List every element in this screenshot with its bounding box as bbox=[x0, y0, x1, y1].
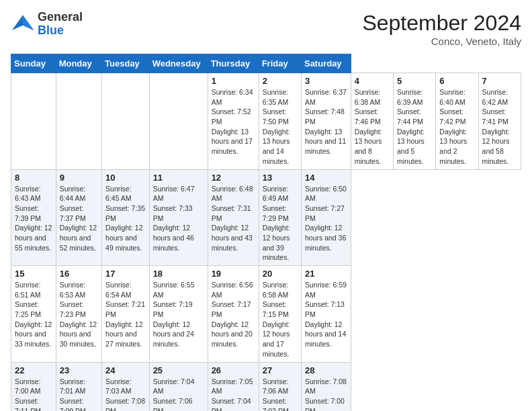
day-number: 11 bbox=[153, 173, 204, 183]
day-cell-3: 3Sunrise: 6:37 AMSunset: 7:48 PMDaylight… bbox=[301, 73, 351, 170]
day-detail: Sunrise: 7:03 AMSunset: 7:08 PMDaylight:… bbox=[105, 377, 146, 412]
day-detail: Sunrise: 6:39 AMSunset: 7:44 PMDaylight:… bbox=[397, 87, 432, 167]
day-cell-18: 18Sunrise: 6:55 AMSunset: 7:19 PMDayligh… bbox=[149, 266, 208, 363]
day-number: 10 bbox=[105, 173, 146, 183]
day-detail: Sunrise: 6:53 AMSunset: 7:23 PMDaylight:… bbox=[60, 280, 98, 349]
location: Conco, Veneto, Italy bbox=[362, 36, 521, 47]
day-detail: Sunrise: 7:05 AMSunset: 7:04 PMDaylight:… bbox=[212, 377, 255, 412]
empty-cell bbox=[56, 73, 101, 170]
day-detail: Sunrise: 6:51 AMSunset: 7:25 PMDaylight:… bbox=[15, 280, 52, 349]
day-header-monday: Monday bbox=[56, 54, 101, 73]
day-number: 16 bbox=[60, 269, 98, 279]
day-detail: Sunrise: 7:01 AMSunset: 7:09 PMDaylight:… bbox=[60, 377, 98, 412]
calendar-week-4: 22Sunrise: 7:00 AMSunset: 7:11 PMDayligh… bbox=[11, 362, 521, 411]
day-number: 3 bbox=[305, 76, 347, 86]
calendar-week-2: 8Sunrise: 6:43 AMSunset: 7:39 PMDaylight… bbox=[11, 169, 521, 266]
day-detail: Sunrise: 6:56 AMSunset: 7:17 PMDaylight:… bbox=[212, 280, 255, 349]
day-detail: Sunrise: 6:35 AMSunset: 7:50 PMDaylight:… bbox=[263, 87, 298, 167]
logo-general: General bbox=[38, 11, 83, 24]
day-detail: Sunrise: 6:42 AMSunset: 7:41 PMDaylight:… bbox=[482, 87, 517, 167]
month-title: September 2024 bbox=[362, 11, 521, 36]
day-number: 15 bbox=[15, 269, 52, 279]
day-detail: Sunrise: 6:47 AMSunset: 7:33 PMDaylight:… bbox=[153, 184, 204, 253]
day-header-tuesday: Tuesday bbox=[102, 54, 150, 73]
day-detail: Sunrise: 6:59 AMSunset: 7:13 PMDaylight:… bbox=[305, 280, 347, 349]
calendar-body: 1Sunrise: 6:34 AMSunset: 7:52 PMDaylight… bbox=[11, 73, 521, 412]
day-number: 13 bbox=[263, 173, 298, 183]
day-number: 12 bbox=[212, 173, 255, 183]
logo-text: General Blue bbox=[38, 11, 83, 38]
day-number: 14 bbox=[305, 173, 347, 183]
day-detail: Sunrise: 7:06 AMSunset: 7:02 PMDaylight:… bbox=[263, 377, 298, 412]
day-detail: Sunrise: 6:58 AMSunset: 7:15 PMDaylight:… bbox=[263, 280, 298, 359]
day-number: 17 bbox=[105, 269, 146, 279]
day-header-thursday: Thursday bbox=[208, 54, 259, 73]
logo: General Blue bbox=[11, 11, 83, 38]
day-number: 20 bbox=[263, 269, 298, 279]
day-number: 8 bbox=[15, 173, 52, 183]
days-of-week-row: SundayMondayTuesdayWednesdayThursdayFrid… bbox=[11, 54, 521, 73]
day-detail: Sunrise: 6:48 AMSunset: 7:31 PMDaylight:… bbox=[212, 184, 255, 253]
day-detail: Sunrise: 6:38 AMSunset: 7:46 PMDaylight:… bbox=[355, 87, 390, 167]
empty-cell bbox=[149, 73, 208, 170]
empty-cell bbox=[11, 73, 56, 170]
day-number: 24 bbox=[105, 365, 146, 375]
day-header-friday: Friday bbox=[259, 54, 301, 73]
day-cell-9: 9Sunrise: 6:44 AMSunset: 7:37 PMDaylight… bbox=[56, 169, 101, 266]
day-cell-10: 10Sunrise: 6:45 AMSunset: 7:35 PMDayligh… bbox=[102, 169, 150, 266]
day-cell-24: 24Sunrise: 7:03 AMSunset: 7:08 PMDayligh… bbox=[102, 362, 150, 411]
day-cell-21: 21Sunrise: 6:59 AMSunset: 7:13 PMDayligh… bbox=[301, 266, 351, 363]
day-cell-4: 4Sunrise: 6:38 AMSunset: 7:46 PMDaylight… bbox=[351, 73, 393, 170]
day-detail: Sunrise: 6:34 AMSunset: 7:52 PMDaylight:… bbox=[212, 87, 255, 156]
day-cell-1: 1Sunrise: 6:34 AMSunset: 7:52 PMDaylight… bbox=[208, 73, 259, 170]
day-cell-2: 2Sunrise: 6:35 AMSunset: 7:50 PMDaylight… bbox=[259, 73, 301, 170]
calendar-table: SundayMondayTuesdayWednesdayThursdayFrid… bbox=[11, 54, 521, 411]
day-cell-26: 26Sunrise: 7:05 AMSunset: 7:04 PMDayligh… bbox=[208, 362, 259, 411]
day-number: 4 bbox=[355, 76, 390, 86]
day-detail: Sunrise: 7:00 AMSunset: 7:11 PMDaylight:… bbox=[15, 377, 52, 412]
day-number: 9 bbox=[60, 173, 98, 183]
day-detail: Sunrise: 6:55 AMSunset: 7:19 PMDaylight:… bbox=[153, 280, 204, 349]
day-detail: Sunrise: 6:37 AMSunset: 7:48 PMDaylight:… bbox=[305, 87, 347, 156]
day-number: 23 bbox=[60, 365, 98, 375]
day-cell-5: 5Sunrise: 6:39 AMSunset: 7:44 PMDaylight… bbox=[393, 73, 435, 170]
day-detail: Sunrise: 6:44 AMSunset: 7:37 PMDaylight:… bbox=[60, 184, 98, 253]
day-number: 18 bbox=[153, 269, 204, 279]
day-number: 1 bbox=[212, 76, 255, 86]
page-header: General Blue September 2024 Conco, Venet… bbox=[11, 11, 521, 47]
day-detail: Sunrise: 6:45 AMSunset: 7:35 PMDaylight:… bbox=[105, 184, 146, 253]
day-detail: Sunrise: 7:08 AMSunset: 7:00 PMDaylight:… bbox=[305, 377, 347, 412]
day-detail: Sunrise: 6:40 AMSunset: 7:42 PMDaylight:… bbox=[439, 87, 474, 167]
day-cell-17: 17Sunrise: 6:54 AMSunset: 7:21 PMDayligh… bbox=[102, 266, 150, 363]
day-cell-16: 16Sunrise: 6:53 AMSunset: 7:23 PMDayligh… bbox=[56, 266, 101, 363]
logo-icon bbox=[11, 12, 35, 36]
day-detail: Sunrise: 6:54 AMSunset: 7:21 PMDaylight:… bbox=[105, 280, 146, 349]
day-header-wednesday: Wednesday bbox=[149, 54, 208, 73]
logo-blue: Blue bbox=[38, 24, 83, 38]
day-cell-12: 12Sunrise: 6:48 AMSunset: 7:31 PMDayligh… bbox=[208, 169, 259, 266]
day-number: 22 bbox=[15, 365, 52, 375]
day-detail: Sunrise: 6:49 AMSunset: 7:29 PMDaylight:… bbox=[263, 184, 298, 263]
day-number: 28 bbox=[305, 365, 347, 375]
empty-cell bbox=[102, 73, 150, 170]
day-number: 27 bbox=[263, 365, 298, 375]
calendar-header: SundayMondayTuesdayWednesdayThursdayFrid… bbox=[11, 54, 521, 73]
day-header-saturday: Saturday bbox=[301, 54, 351, 73]
calendar-week-1: 1Sunrise: 6:34 AMSunset: 7:52 PMDaylight… bbox=[11, 73, 521, 170]
day-number: 21 bbox=[305, 269, 347, 279]
day-number: 2 bbox=[263, 76, 298, 86]
day-cell-14: 14Sunrise: 6:50 AMSunset: 7:27 PMDayligh… bbox=[301, 169, 351, 266]
day-detail: Sunrise: 6:50 AMSunset: 7:27 PMDaylight:… bbox=[305, 184, 347, 253]
day-cell-19: 19Sunrise: 6:56 AMSunset: 7:17 PMDayligh… bbox=[208, 266, 259, 363]
day-number: 26 bbox=[212, 365, 255, 375]
day-cell-11: 11Sunrise: 6:47 AMSunset: 7:33 PMDayligh… bbox=[149, 169, 208, 266]
day-cell-6: 6Sunrise: 6:40 AMSunset: 7:42 PMDaylight… bbox=[436, 73, 478, 170]
title-area: September 2024 Conco, Veneto, Italy bbox=[362, 11, 521, 47]
day-cell-22: 22Sunrise: 7:00 AMSunset: 7:11 PMDayligh… bbox=[11, 362, 56, 411]
day-cell-28: 28Sunrise: 7:08 AMSunset: 7:00 PMDayligh… bbox=[301, 362, 351, 411]
day-cell-20: 20Sunrise: 6:58 AMSunset: 7:15 PMDayligh… bbox=[259, 266, 301, 363]
day-cell-8: 8Sunrise: 6:43 AMSunset: 7:39 PMDaylight… bbox=[11, 169, 56, 266]
calendar-week-3: 15Sunrise: 6:51 AMSunset: 7:25 PMDayligh… bbox=[11, 266, 521, 363]
day-detail: Sunrise: 7:04 AMSunset: 7:06 PMDaylight:… bbox=[153, 377, 204, 412]
day-cell-23: 23Sunrise: 7:01 AMSunset: 7:09 PMDayligh… bbox=[56, 362, 101, 411]
